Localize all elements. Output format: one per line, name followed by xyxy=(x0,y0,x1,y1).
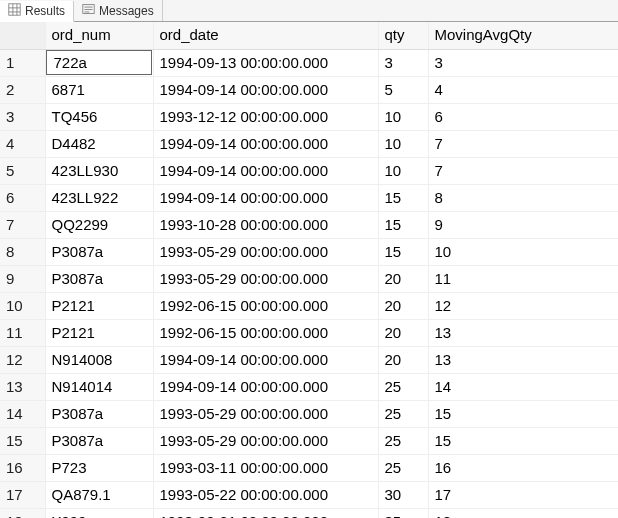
row-number-cell[interactable]: 14 xyxy=(0,400,45,427)
cell-ord-num[interactable]: QA879.1 xyxy=(45,481,153,508)
cell-ord-date[interactable]: 1994-09-14 00:00:00.000 xyxy=(153,184,378,211)
cell-movingavgqty[interactable]: 12 xyxy=(428,292,618,319)
table-row[interactable]: 10P21211992-06-15 00:00:00.0002012 xyxy=(0,292,618,319)
column-header-ord-num[interactable]: ord_num xyxy=(45,22,153,49)
cell-ord-num[interactable]: P723 xyxy=(45,454,153,481)
row-number-cell[interactable]: 5 xyxy=(0,157,45,184)
cell-qty[interactable]: 20 xyxy=(378,319,428,346)
cell-qty[interactable]: 10 xyxy=(378,103,428,130)
cell-ord-num[interactable]: P3087a xyxy=(45,238,153,265)
cell-ord-date[interactable]: 1993-05-29 00:00:00.000 xyxy=(153,238,378,265)
cell-ord-num[interactable]: D4482 xyxy=(45,130,153,157)
table-row[interactable]: 1722a1994-09-13 00:00:00.00033 xyxy=(0,49,618,76)
cell-movingavgqty[interactable]: 14 xyxy=(428,373,618,400)
cell-ord-num[interactable]: 722a xyxy=(45,49,153,76)
row-number-cell[interactable]: 11 xyxy=(0,319,45,346)
cell-ord-num[interactable]: N914014 xyxy=(45,373,153,400)
cell-movingavgqty[interactable]: 10 xyxy=(428,238,618,265)
cell-movingavgqty[interactable]: 8 xyxy=(428,184,618,211)
column-header-qty[interactable]: qty xyxy=(378,22,428,49)
cell-ord-date[interactable]: 1993-02-21 00:00:00.000 xyxy=(153,508,378,518)
row-number-cell[interactable]: 16 xyxy=(0,454,45,481)
cell-ord-date[interactable]: 1993-03-11 00:00:00.000 xyxy=(153,454,378,481)
cell-ord-num[interactable]: N914008 xyxy=(45,346,153,373)
cell-movingavgqty[interactable]: 13 xyxy=(428,346,618,373)
cell-ord-date[interactable]: 1992-06-15 00:00:00.000 xyxy=(153,319,378,346)
cell-qty[interactable]: 20 xyxy=(378,265,428,292)
row-number-cell[interactable]: 15 xyxy=(0,427,45,454)
cell-qty[interactable]: 25 xyxy=(378,454,428,481)
tab-messages[interactable]: Messages xyxy=(74,0,163,21)
cell-movingavgqty[interactable]: 15 xyxy=(428,427,618,454)
row-number-cell[interactable]: 8 xyxy=(0,238,45,265)
table-row[interactable]: 4D44821994-09-14 00:00:00.000107 xyxy=(0,130,618,157)
cell-qty[interactable]: 25 xyxy=(378,400,428,427)
cell-qty[interactable]: 15 xyxy=(378,238,428,265)
row-number-cell[interactable]: 6 xyxy=(0,184,45,211)
table-row[interactable]: 16P7231993-03-11 00:00:00.0002516 xyxy=(0,454,618,481)
row-number-cell[interactable]: 9 xyxy=(0,265,45,292)
cell-movingavgqty[interactable]: 16 xyxy=(428,454,618,481)
cell-ord-num[interactable]: X999 xyxy=(45,508,153,518)
table-row[interactable]: 3TQ4561993-12-12 00:00:00.000106 xyxy=(0,103,618,130)
cell-qty[interactable]: 25 xyxy=(378,373,428,400)
cell-qty[interactable]: 35 xyxy=(378,508,428,518)
cell-ord-date[interactable]: 1993-05-29 00:00:00.000 xyxy=(153,400,378,427)
table-row[interactable]: 11P21211992-06-15 00:00:00.0002013 xyxy=(0,319,618,346)
row-number-cell[interactable]: 17 xyxy=(0,481,45,508)
cell-ord-num[interactable]: P3087a xyxy=(45,265,153,292)
cell-qty[interactable]: 5 xyxy=(378,76,428,103)
cell-movingavgqty[interactable]: 4 xyxy=(428,76,618,103)
row-number-cell[interactable]: 1 xyxy=(0,49,45,76)
row-number-cell[interactable]: 2 xyxy=(0,76,45,103)
table-row[interactable]: 14P3087a1993-05-29 00:00:00.0002515 xyxy=(0,400,618,427)
cell-qty[interactable]: 15 xyxy=(378,211,428,238)
cell-movingavgqty[interactable]: 15 xyxy=(428,400,618,427)
cell-movingavgqty[interactable]: 9 xyxy=(428,211,618,238)
cell-movingavgqty[interactable]: 6 xyxy=(428,103,618,130)
cell-movingavgqty[interactable]: 3 xyxy=(428,49,618,76)
row-number-cell[interactable]: 3 xyxy=(0,103,45,130)
row-number-header[interactable] xyxy=(0,22,45,49)
cell-ord-date[interactable]: 1993-05-29 00:00:00.000 xyxy=(153,427,378,454)
table-row[interactable]: 8P3087a1993-05-29 00:00:00.0001510 xyxy=(0,238,618,265)
cell-ord-num[interactable]: P3087a xyxy=(45,400,153,427)
cell-qty[interactable]: 30 xyxy=(378,481,428,508)
table-row[interactable]: 6423LL9221994-09-14 00:00:00.000158 xyxy=(0,184,618,211)
cell-ord-date[interactable]: 1993-12-12 00:00:00.000 xyxy=(153,103,378,130)
cell-ord-num[interactable]: P3087a xyxy=(45,427,153,454)
cell-qty[interactable]: 10 xyxy=(378,157,428,184)
table-row[interactable]: 15P3087a1993-05-29 00:00:00.0002515 xyxy=(0,427,618,454)
cell-ord-num[interactable]: TQ456 xyxy=(45,103,153,130)
column-header-movingavgqty[interactable]: MovingAvgQty xyxy=(428,22,618,49)
cell-movingavgqty[interactable]: 7 xyxy=(428,157,618,184)
cell-ord-date[interactable]: 1993-10-28 00:00:00.000 xyxy=(153,211,378,238)
row-number-cell[interactable]: 4 xyxy=(0,130,45,157)
cell-movingavgqty[interactable]: 17 xyxy=(428,481,618,508)
cell-qty[interactable]: 15 xyxy=(378,184,428,211)
cell-ord-date[interactable]: 1994-09-14 00:00:00.000 xyxy=(153,130,378,157)
cell-qty[interactable]: 25 xyxy=(378,427,428,454)
table-row[interactable]: 18X9991993-02-21 00:00:00.0003518 xyxy=(0,508,618,518)
table-row[interactable]: 12N9140081994-09-14 00:00:00.0002013 xyxy=(0,346,618,373)
cell-movingavgqty[interactable]: 7 xyxy=(428,130,618,157)
table-row[interactable]: 17QA879.11993-05-22 00:00:00.0003017 xyxy=(0,481,618,508)
cell-ord-num[interactable]: QQ2299 xyxy=(45,211,153,238)
cell-ord-num[interactable]: P2121 xyxy=(45,319,153,346)
cell-movingavgqty[interactable]: 13 xyxy=(428,319,618,346)
row-number-cell[interactable]: 10 xyxy=(0,292,45,319)
row-number-cell[interactable]: 13 xyxy=(0,373,45,400)
cell-ord-num[interactable]: 6871 xyxy=(45,76,153,103)
cell-qty[interactable]: 3 xyxy=(378,49,428,76)
table-row[interactable]: 13N9140141994-09-14 00:00:00.0002514 xyxy=(0,373,618,400)
table-row[interactable]: 7QQ22991993-10-28 00:00:00.000159 xyxy=(0,211,618,238)
cell-movingavgqty[interactable]: 18 xyxy=(428,508,618,518)
cell-qty[interactable]: 10 xyxy=(378,130,428,157)
cell-ord-date[interactable]: 1993-05-29 00:00:00.000 xyxy=(153,265,378,292)
tab-results[interactable]: Results xyxy=(0,1,74,22)
cell-ord-date[interactable]: 1994-09-14 00:00:00.000 xyxy=(153,157,378,184)
row-number-cell[interactable]: 7 xyxy=(0,211,45,238)
table-row[interactable]: 5423LL9301994-09-14 00:00:00.000107 xyxy=(0,157,618,184)
cell-ord-date[interactable]: 1994-09-14 00:00:00.000 xyxy=(153,373,378,400)
cell-ord-date[interactable]: 1994-09-14 00:00:00.000 xyxy=(153,76,378,103)
